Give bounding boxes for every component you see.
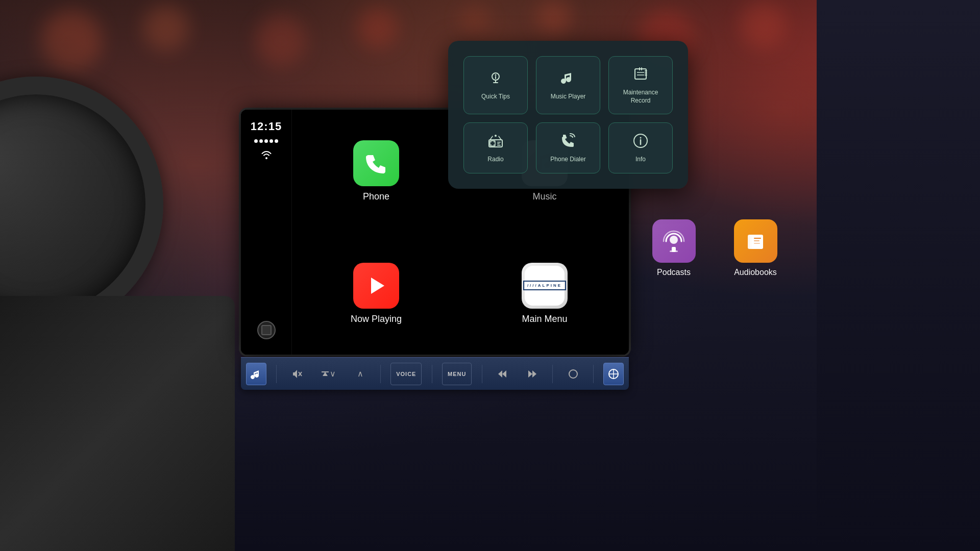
svg-rect-25 (635, 69, 646, 79)
home-button-inner (261, 325, 272, 335)
overlay-menu-panel: Quick Tips Music Player (448, 41, 688, 189)
main-menu-app-label: Main Menu (522, 314, 567, 324)
overlay-phone-dialer[interactable]: Phone Dialer (536, 122, 600, 173)
svg-rect-19 (754, 243, 760, 244)
volume-up-button[interactable]: ∧ (350, 363, 371, 385)
main-menu-app-icon: ////ALPINE (522, 263, 568, 309)
svg-point-38 (494, 144, 495, 145)
svg-marker-0 (371, 278, 384, 294)
info-label: Info (635, 156, 646, 164)
bokeh-7 (740, 3, 786, 48)
signal-dot-2 (259, 139, 263, 143)
signal-dot-3 (264, 139, 268, 143)
bokeh-3 (255, 15, 306, 66)
svg-marker-4 (502, 370, 506, 378)
svg-rect-39 (497, 142, 501, 143)
right-panel (817, 0, 980, 551)
bokeh-10 (459, 5, 490, 36)
app-phone[interactable]: Phone (292, 110, 460, 232)
mute-button[interactable] (286, 363, 307, 385)
circle-button[interactable] (563, 363, 583, 385)
maintenance-icon (632, 66, 649, 85)
divider-3 (432, 365, 432, 383)
svg-marker-6 (532, 370, 536, 378)
wifi-icon (260, 150, 273, 162)
bokeh-5 (536, 0, 572, 36)
svg-point-37 (491, 144, 492, 145)
home-button[interactable] (257, 321, 276, 339)
overlay-quick-tips[interactable]: Quick Tips (463, 56, 528, 114)
control-bar: ∨ ∧ VOICE MENU (241, 357, 629, 390)
svg-marker-5 (528, 370, 532, 378)
app-main-menu[interactable]: ////ALPINE Main Menu (460, 232, 629, 355)
podcasts-label: Podcasts (657, 268, 691, 277)
music-player-icon (560, 70, 576, 89)
bokeh-4 (357, 8, 398, 48)
audiobooks-icon (734, 219, 777, 263)
svg-point-44 (640, 137, 642, 138)
svg-rect-18 (754, 240, 760, 241)
now-playing-app-icon (353, 263, 399, 309)
quick-tips-icon (487, 70, 504, 89)
signal-dot-4 (270, 139, 273, 143)
svg-rect-16 (752, 235, 763, 249)
radio-icon (487, 133, 504, 152)
signal-dot-5 (275, 139, 278, 143)
audiobooks-label: Audiobooks (734, 268, 777, 277)
time-display: 12:15 (251, 120, 282, 133)
quick-tips-label: Quick Tips (481, 93, 510, 101)
svg-rect-40 (497, 143, 500, 144)
divider-5 (552, 365, 553, 383)
radio-label: Radio (487, 156, 503, 164)
svg-point-11 (670, 236, 678, 244)
music-player-label: Music Player (551, 93, 586, 101)
app-now-playing[interactable]: Now Playing (292, 232, 460, 355)
phone-dialer-icon (560, 133, 576, 152)
divider-4 (482, 365, 482, 383)
svg-rect-41 (497, 145, 501, 146)
music-control-button[interactable] (246, 363, 266, 385)
app-audiobooks[interactable]: Audiobooks (715, 219, 796, 277)
phone-dialer-label: Phone Dialer (550, 156, 585, 164)
maintenance-label: Maintenance Record (614, 89, 667, 105)
svg-point-23 (495, 74, 497, 76)
phone-app-label: Phone (363, 191, 389, 202)
right-apps-area: Podcasts Audiobooks (633, 219, 796, 277)
prev-track-button[interactable] (492, 363, 512, 385)
podcasts-icon (652, 219, 696, 263)
status-bar: 12:15 (241, 110, 292, 355)
svg-rect-13 (670, 251, 678, 252)
app-podcasts[interactable]: Podcasts (633, 219, 715, 277)
overlay-maintenance[interactable]: Maintenance Record (608, 56, 673, 114)
phone-app-icon (353, 140, 399, 186)
overlay-info[interactable]: Info (608, 122, 673, 173)
menu-button[interactable]: MENU (442, 363, 472, 385)
now-playing-app-label: Now Playing (351, 314, 402, 324)
overlay-grid: Quick Tips Music Player (463, 56, 673, 173)
steering-wheel (0, 77, 163, 332)
svg-marker-3 (498, 370, 502, 378)
music-app-label: Music (532, 191, 556, 202)
info-icon (632, 133, 649, 152)
signal-dots (254, 139, 278, 143)
overlay-radio[interactable]: Radio (463, 122, 528, 173)
divider-2 (380, 365, 381, 383)
divider-1 (276, 365, 277, 383)
nav-button[interactable] (603, 363, 624, 385)
svg-rect-17 (754, 238, 761, 239)
svg-point-36 (494, 141, 495, 142)
volume-down-button[interactable]: ∨ (316, 363, 340, 385)
svg-point-35 (491, 141, 492, 142)
left-interior-panel (0, 296, 235, 551)
svg-point-42 (495, 135, 497, 137)
signal-dot-1 (254, 139, 258, 143)
svg-point-7 (569, 370, 577, 378)
divider-6 (593, 365, 594, 383)
voice-button[interactable]: VOICE (390, 363, 422, 385)
overlay-music-player[interactable]: Music Player (536, 56, 600, 114)
next-track-button[interactable] (522, 363, 543, 385)
